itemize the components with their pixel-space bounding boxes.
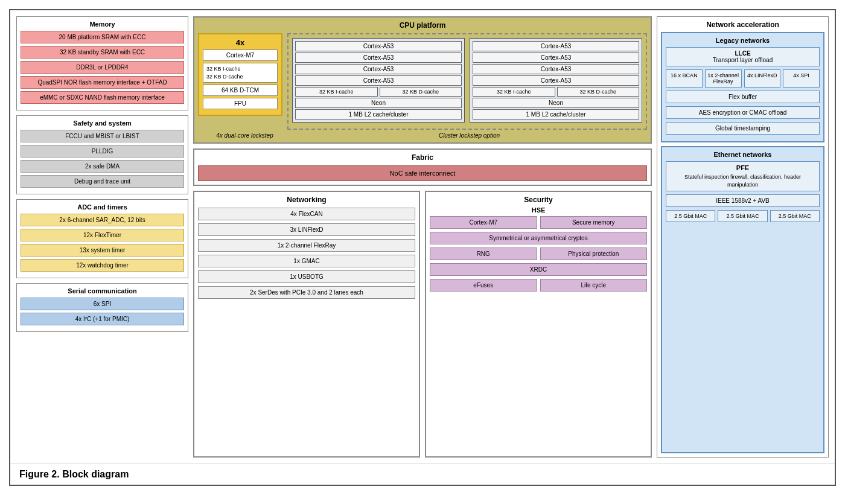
right-core-1: Cortex-A53 xyxy=(473,41,639,51)
dual-core-lockstep-label: 4x dual-core lockstep xyxy=(198,132,292,139)
lifecycle-box: Life cycle xyxy=(540,279,648,292)
legacy-row-1: 16 x BCAN 1x 2-channel FlexRay 4x LINFle… xyxy=(666,69,820,88)
ieee-box: IEEE 1588v2 + AVB xyxy=(666,194,820,207)
right-column: Network acceleration Legacy networks LLC… xyxy=(657,16,829,458)
right-cluster: Cortex-A53 Cortex-A53 Cortex-A53 Cortex-… xyxy=(470,38,642,125)
spi-item: 4x SPI xyxy=(783,69,820,88)
llce-desc: Transport layer offload xyxy=(669,57,817,63)
figure-caption: Figure 2. Block diagram xyxy=(10,464,835,485)
hse-row-1: Cortex-M7 Secure memory xyxy=(430,216,647,229)
left-core-4: Cortex-A53 xyxy=(295,75,462,86)
right-icache: 32 KB I-cache xyxy=(473,87,555,97)
left-core-3: Cortex-A53 xyxy=(295,64,462,74)
pfe-title: PFE xyxy=(669,164,817,171)
memory-item-5: eMMC or SDXC NAND flash memory interface xyxy=(21,91,184,104)
linflexd-item: 4x LINFlexD xyxy=(744,69,781,88)
net-item-3: 1x 2-channel FlexRay xyxy=(198,239,415,252)
memory-item-2: 32 KB standby SRAM with ECC xyxy=(21,46,184,59)
left-icache: 32 KB I-cache xyxy=(295,87,378,97)
secure-memory: Secure memory xyxy=(540,216,648,229)
llce-box: LLCE Transport layer offload xyxy=(666,47,820,66)
fabric-section: Fabric NoC safe interconnect xyxy=(193,148,652,186)
net-item-5: 1x USBOTG xyxy=(198,270,415,283)
cortex-m7-label: Cortex-M7 xyxy=(226,52,255,59)
adc-item-2: 12x FlexTimer xyxy=(21,229,184,241)
serial-section: Serial communication 6x SPI 4x I²C (+1 f… xyxy=(16,283,188,332)
memory-item-3: DDR3L or LPDDR4 xyxy=(21,61,184,74)
icache-label: 32 KB I-cache xyxy=(206,65,274,73)
memory-item-4: QuadSPI NOR flash memory interface + OTF… xyxy=(21,76,184,89)
safety-section: Safety and system FCCU and MBIST or LBIS… xyxy=(16,115,188,194)
hse-row-2: RNG Physical protection xyxy=(430,247,647,260)
flexbuf-item: Flex buffer xyxy=(666,91,820,103)
right-core-4: Cortex-A53 xyxy=(473,75,639,86)
memory-section: Memory 20 MB platform SRAM with ECC 32 K… xyxy=(16,16,188,110)
aes-item: AES encryption or CMAC offload xyxy=(666,106,820,119)
center-column: CPU platform 4x Cortex-M7 32 KB I-cache … xyxy=(193,16,652,458)
right-dcache: 32 KB D-cache xyxy=(557,87,640,97)
main-diagram: Memory 20 MB platform SRAM with ECC 32 K… xyxy=(10,10,835,464)
efuses-box: eFuses xyxy=(430,279,537,292)
left-core-1: Cortex-A53 xyxy=(295,41,462,51)
legacy-title: Legacy networks xyxy=(666,37,820,44)
pfe-desc: Stateful inspection firewall, classifica… xyxy=(669,173,817,188)
cpu-platform: CPU platform 4x Cortex-M7 32 KB I-cache … xyxy=(193,16,652,144)
cluster-wrapper: Cortex-A53 Cortex-A53 Cortex-A53 Cortex-… xyxy=(287,33,647,130)
cpu-title: CPU platform xyxy=(198,21,647,30)
eth-title: Ethernet networks xyxy=(666,151,820,158)
llce-title: LLCE xyxy=(669,50,817,57)
left-cluster: Cortex-A53 Cortex-A53 Cortex-A53 Cortex-… xyxy=(292,38,465,125)
right-core-3: Cortex-A53 xyxy=(473,64,639,74)
net-item-2: 3x LINFlexD xyxy=(198,223,415,236)
cortex-m7-box: Cortex-M7 xyxy=(203,49,278,61)
cpu-inner: 4x Cortex-M7 32 KB I-cache 32 KB D-cache… xyxy=(198,33,647,130)
right-cortex-stack: Cortex-A53 Cortex-A53 Cortex-A53 Cortex-… xyxy=(470,38,642,123)
cpu-bottom-labels: 4x dual-core lockstep Cluster lockstep o… xyxy=(198,132,647,139)
right-cache-row: 32 KB I-cache 32 KB D-cache xyxy=(473,87,639,97)
mac-2: 2.5 Gbit MAC xyxy=(718,210,767,222)
adc-item-1: 2x 6-channel SAR_ADC, 12 bits xyxy=(21,214,184,226)
safety-item-2: PLLDIG xyxy=(21,145,184,158)
bcan-item: 16 x BCAN xyxy=(666,69,703,88)
rng-box: RNG xyxy=(430,247,537,260)
left-core-2: Cortex-A53 xyxy=(295,53,462,63)
net-item-4: 1x GMAC xyxy=(198,255,415,267)
network-accel-title: Network acceleration xyxy=(661,21,824,29)
hse-row-3: eFuses Life cycle xyxy=(430,279,647,292)
left-cortex-stack: Cortex-A53 Cortex-A53 Cortex-A53 Cortex-… xyxy=(292,38,465,123)
serial-item-2: 4x I²C (+1 for PMIC) xyxy=(21,313,184,325)
dtcm-box: 64 KB D-TCM xyxy=(203,85,278,96)
dtcm-label: 64 KB D-TCM xyxy=(222,87,259,94)
net-item-6: 2x SerDes with PCIe 3.0 and 2 lanes each xyxy=(198,286,415,299)
networking-section: Networking 4x FlexCAN 3x LINFlexD 1x 2-c… xyxy=(193,191,420,458)
serial-item-1: 6x SPI xyxy=(21,298,184,310)
left-dcache: 32 KB D-cache xyxy=(380,87,462,97)
safety-title: Safety and system xyxy=(21,120,184,127)
timestamp-item: Global timestamping xyxy=(666,122,820,135)
mac-1: 2.5 Gbit MAC xyxy=(666,210,715,222)
network-accel-outer: Network acceleration Legacy networks LLC… xyxy=(657,16,829,458)
fpu-box: FPU xyxy=(203,98,278,109)
security-section: Security HSE Cortex-M7 Secure memory Sym… xyxy=(425,191,652,458)
fabric-title: Fabric xyxy=(198,153,647,162)
four-x-label: 4x xyxy=(203,38,278,47)
adc-section: ADC and timers 2x 6-channel SAR_ADC, 12 … xyxy=(16,199,188,278)
left-cache-row: 32 KB I-cache 32 KB D-cache xyxy=(295,87,462,97)
net-item-1: 4x FlexCAN xyxy=(198,208,415,220)
security-title: Security xyxy=(430,196,647,204)
four-x-box: 4x Cortex-M7 32 KB I-cache 32 KB D-cache… xyxy=(198,33,282,116)
adc-item-4: 12x watchdog timer xyxy=(21,259,184,272)
networking-title: Networking xyxy=(198,196,415,204)
bottom-center: Networking 4x FlexCAN 3x LINFlexD 1x 2-c… xyxy=(193,191,652,458)
symmetrical-crypto: Symmetrical or asymmetrical cryptos xyxy=(430,232,647,244)
fpu-label: FPU xyxy=(234,100,246,107)
mac-row: 2.5 Gbit MAC 2.5 Gbit MAC 2.5 Gbit MAC xyxy=(666,210,820,222)
xrdc-box: XRDC xyxy=(430,263,647,276)
flexray-item: 1x 2-channel FlexRay xyxy=(705,69,742,88)
safety-item-1: FCCU and MBIST or LBIST xyxy=(21,130,184,142)
pfe-box: PFE Stateful inspection firewall, classi… xyxy=(666,161,820,191)
right-l2: 1 MB L2 cache/cluster xyxy=(473,109,639,120)
noc-bar: NoC safe interconnect xyxy=(198,165,647,181)
serial-title: Serial communication xyxy=(21,287,184,295)
adc-title: ADC and timers xyxy=(21,203,184,211)
